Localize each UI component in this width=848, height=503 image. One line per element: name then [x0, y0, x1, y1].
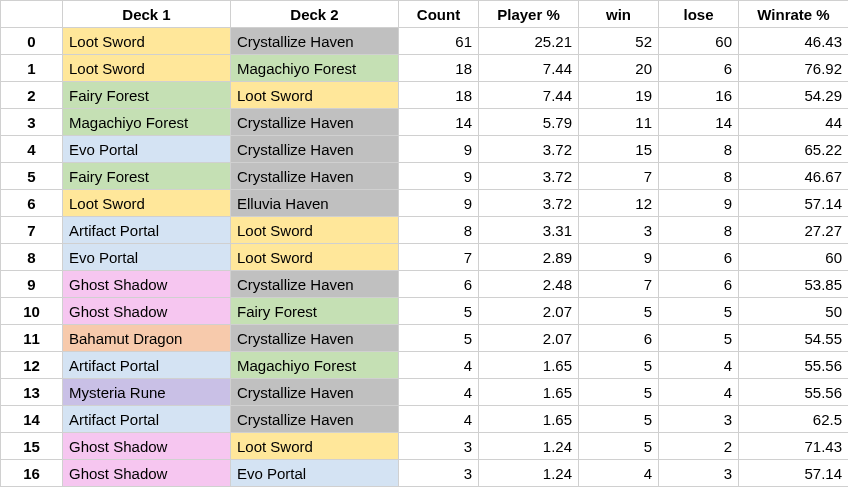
table-row[interactable]: 4Evo PortalCrystallize Haven93.7215865.2…	[1, 136, 849, 163]
playerpct-cell[interactable]: 1.65	[479, 352, 579, 379]
lose-cell[interactable]: 3	[659, 406, 739, 433]
lose-cell[interactable]: 2	[659, 433, 739, 460]
lose-cell[interactable]: 16	[659, 82, 739, 109]
win-cell[interactable]: 11	[579, 109, 659, 136]
table-row[interactable]: 12Artifact PortalMagachiyo Forest41.6554…	[1, 352, 849, 379]
win-cell[interactable]: 5	[579, 406, 659, 433]
deck2-cell[interactable]: Crystallize Haven	[231, 136, 399, 163]
row-index[interactable]: 15	[1, 433, 63, 460]
playerpct-cell[interactable]: 7.44	[479, 82, 579, 109]
row-index[interactable]: 1	[1, 55, 63, 82]
win-cell[interactable]: 15	[579, 136, 659, 163]
winrate-cell[interactable]: 54.29	[739, 82, 849, 109]
deck2-cell[interactable]: Crystallize Haven	[231, 28, 399, 55]
winrate-cell[interactable]: 57.14	[739, 460, 849, 487]
winrate-cell[interactable]: 65.22	[739, 136, 849, 163]
header-lose[interactable]: lose	[659, 1, 739, 28]
row-index[interactable]: 6	[1, 190, 63, 217]
deck2-cell[interactable]: Fairy Forest	[231, 298, 399, 325]
row-index[interactable]: 2	[1, 82, 63, 109]
lose-cell[interactable]: 5	[659, 298, 739, 325]
lose-cell[interactable]: 6	[659, 55, 739, 82]
table-row[interactable]: 2Fairy ForestLoot Sword187.44191654.29	[1, 82, 849, 109]
deck2-cell[interactable]: Crystallize Haven	[231, 163, 399, 190]
winrate-cell[interactable]: 60	[739, 244, 849, 271]
count-cell[interactable]: 5	[399, 325, 479, 352]
lose-cell[interactable]: 3	[659, 460, 739, 487]
winrate-cell[interactable]: 55.56	[739, 379, 849, 406]
row-index[interactable]: 4	[1, 136, 63, 163]
deck2-cell[interactable]: Crystallize Haven	[231, 271, 399, 298]
deck1-cell[interactable]: Artifact Portal	[63, 352, 231, 379]
deck2-cell[interactable]: Crystallize Haven	[231, 379, 399, 406]
table-row[interactable]: 0Loot SwordCrystallize Haven6125.2152604…	[1, 28, 849, 55]
lose-cell[interactable]: 14	[659, 109, 739, 136]
deck2-cell[interactable]: Elluvia Haven	[231, 190, 399, 217]
playerpct-cell[interactable]: 2.89	[479, 244, 579, 271]
deck1-cell[interactable]: Loot Sword	[63, 28, 231, 55]
header-deck2[interactable]: Deck 2	[231, 1, 399, 28]
row-index[interactable]: 13	[1, 379, 63, 406]
table-row[interactable]: 9Ghost ShadowCrystallize Haven62.487653.…	[1, 271, 849, 298]
header-count[interactable]: Count	[399, 1, 479, 28]
playerpct-cell[interactable]: 7.44	[479, 55, 579, 82]
row-index[interactable]: 5	[1, 163, 63, 190]
header-index[interactable]	[1, 1, 63, 28]
win-cell[interactable]: 19	[579, 82, 659, 109]
winrate-cell[interactable]: 57.14	[739, 190, 849, 217]
lose-cell[interactable]: 4	[659, 352, 739, 379]
table-row[interactable]: 16Ghost ShadowEvo Portal31.244357.14	[1, 460, 849, 487]
lose-cell[interactable]: 8	[659, 163, 739, 190]
win-cell[interactable]: 4	[579, 460, 659, 487]
lose-cell[interactable]: 5	[659, 325, 739, 352]
table-row[interactable]: 7Artifact PortalLoot Sword83.313827.27	[1, 217, 849, 244]
deck2-cell[interactable]: Loot Sword	[231, 82, 399, 109]
playerpct-cell[interactable]: 1.24	[479, 460, 579, 487]
count-cell[interactable]: 3	[399, 460, 479, 487]
win-cell[interactable]: 6	[579, 325, 659, 352]
deck1-cell[interactable]: Fairy Forest	[63, 82, 231, 109]
deck2-cell[interactable]: Crystallize Haven	[231, 109, 399, 136]
row-index[interactable]: 0	[1, 28, 63, 55]
count-cell[interactable]: 9	[399, 163, 479, 190]
deck1-cell[interactable]: Ghost Shadow	[63, 298, 231, 325]
win-cell[interactable]: 5	[579, 298, 659, 325]
count-cell[interactable]: 9	[399, 190, 479, 217]
row-index[interactable]: 7	[1, 217, 63, 244]
row-index[interactable]: 11	[1, 325, 63, 352]
playerpct-cell[interactable]: 2.48	[479, 271, 579, 298]
lose-cell[interactable]: 8	[659, 136, 739, 163]
winrate-cell[interactable]: 44	[739, 109, 849, 136]
playerpct-cell[interactable]: 3.72	[479, 190, 579, 217]
deck1-cell[interactable]: Ghost Shadow	[63, 433, 231, 460]
deck2-cell[interactable]: Evo Portal	[231, 460, 399, 487]
playerpct-cell[interactable]: 1.65	[479, 379, 579, 406]
winrate-cell[interactable]: 53.85	[739, 271, 849, 298]
count-cell[interactable]: 8	[399, 217, 479, 244]
playerpct-cell[interactable]: 1.65	[479, 406, 579, 433]
deck2-cell[interactable]: Magachiyo Forest	[231, 352, 399, 379]
winrate-cell[interactable]: 50	[739, 298, 849, 325]
deck1-cell[interactable]: Ghost Shadow	[63, 271, 231, 298]
deck2-cell[interactable]: Crystallize Haven	[231, 406, 399, 433]
count-cell[interactable]: 4	[399, 379, 479, 406]
count-cell[interactable]: 6	[399, 271, 479, 298]
win-cell[interactable]: 5	[579, 379, 659, 406]
winrate-cell[interactable]: 27.27	[739, 217, 849, 244]
playerpct-cell[interactable]: 3.31	[479, 217, 579, 244]
table-row[interactable]: 8Evo PortalLoot Sword72.899660	[1, 244, 849, 271]
table-row[interactable]: 13Mysteria RuneCrystallize Haven41.65545…	[1, 379, 849, 406]
count-cell[interactable]: 7	[399, 244, 479, 271]
table-row[interactable]: 15Ghost ShadowLoot Sword31.245271.43	[1, 433, 849, 460]
header-player[interactable]: Player %	[479, 1, 579, 28]
header-deck1[interactable]: Deck 1	[63, 1, 231, 28]
table-row[interactable]: 5Fairy ForestCrystallize Haven93.727846.…	[1, 163, 849, 190]
win-cell[interactable]: 5	[579, 433, 659, 460]
win-cell[interactable]: 9	[579, 244, 659, 271]
row-index[interactable]: 12	[1, 352, 63, 379]
row-index[interactable]: 10	[1, 298, 63, 325]
count-cell[interactable]: 14	[399, 109, 479, 136]
row-index[interactable]: 9	[1, 271, 63, 298]
table-row[interactable]: 6Loot SwordElluvia Haven93.7212957.14	[1, 190, 849, 217]
lose-cell[interactable]: 6	[659, 244, 739, 271]
